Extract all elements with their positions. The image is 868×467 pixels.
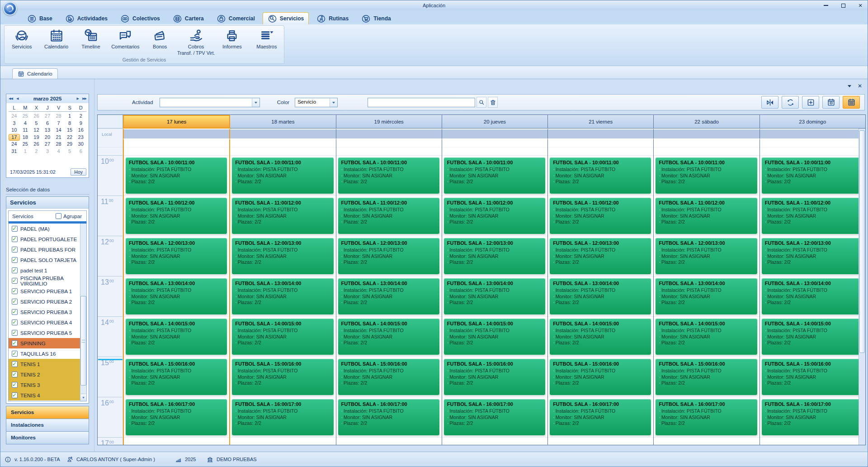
service-item-padel-test-1[interactable]: padel test 1 — [9, 265, 86, 276]
maximize-icon[interactable] — [840, 2, 847, 9]
time-slot[interactable]: FUTBOL SALA - 11:00/12:00·Instalación: P… — [548, 196, 653, 236]
event-futbol-sala[interactable]: FUTBOL SALA - 11:00/12:00·Instalación: P… — [443, 197, 546, 234]
scroll-down-icon[interactable]: ▼ — [80, 394, 86, 401]
checkbox-icon[interactable] — [12, 392, 18, 398]
event-futbol-sala[interactable]: FUTBOL SALA - 12:00/13:00·Instalación: P… — [549, 238, 651, 275]
time-slot[interactable]: FUTBOL SALA - 11:00/12:00·Instalación: P… — [760, 196, 865, 236]
event-futbol-sala[interactable]: FUTBOL SALA - 11:00/12:00·Instalación: P… — [338, 197, 440, 234]
time-slot[interactable]: FUTBOL SALA - 14:00/15:00·Instalación: P… — [124, 317, 229, 357]
time-slot[interactable]: FUTBOL SALA - 10:00/11:00·Instalación: P… — [760, 156, 865, 196]
event-futbol-sala[interactable]: FUTBOL SALA - 16:00/17:00·Instalación: P… — [549, 399, 651, 436]
checkbox-icon[interactable] — [12, 372, 18, 377]
socio-input[interactable] — [368, 98, 475, 107]
time-slot[interactable]: FUTBOL SALA - 13:00/14:00·Instalación: P… — [654, 276, 759, 317]
next-month-icon[interactable]: ▶ — [77, 94, 79, 103]
day-header-20-jueves[interactable]: 20 jueves — [442, 115, 547, 129]
actividad-combo[interactable] — [160, 98, 260, 107]
empty-slot[interactable] — [336, 139, 442, 156]
empty-slot[interactable] — [124, 139, 229, 156]
mini-calendar-day[interactable]: 8 — [64, 120, 75, 127]
event-futbol-sala[interactable]: FUTBOL SALA - 13:00/14:00·Instalación: P… — [125, 278, 227, 315]
mini-calendar-day[interactable]: 3 — [9, 120, 20, 127]
service-item-servicio-prueba-4[interactable]: SERVICIO PRUEBA 4 — [9, 317, 86, 328]
mini-calendar-day[interactable]: 15 — [64, 127, 75, 134]
event-futbol-sala[interactable]: FUTBOL SALA - 14:00/15:00·Instalación: P… — [125, 318, 227, 355]
checkbox-icon[interactable] — [12, 319, 18, 325]
time-slot[interactable]: FUTBOL SALA - 16:00/17:00·Instalación: P… — [760, 397, 865, 438]
time-slot[interactable] — [548, 438, 653, 445]
time-slot[interactable] — [230, 438, 335, 445]
time-slot[interactable]: FUTBOL SALA - 13:00/14:00·Instalación: P… — [548, 276, 653, 317]
prev-year-icon[interactable]: ◀◀ — [9, 94, 13, 103]
time-slot[interactable] — [760, 438, 865, 445]
mini-calendar-day[interactable]: 26 — [31, 113, 42, 120]
event-futbol-sala[interactable]: FUTBOL SALA - 10:00/11:00·Instalación: P… — [549, 157, 651, 194]
prev-month-icon[interactable]: ◀ — [16, 94, 18, 103]
checkbox-icon[interactable] — [12, 278, 18, 284]
service-item-servicio-prueba-1[interactable]: SERVICIO PRUEBA 1 — [9, 286, 86, 296]
clear-button[interactable] — [488, 97, 498, 108]
mini-calendar-day[interactable]: 26 — [31, 141, 42, 148]
time-slot[interactable]: FUTBOL SALA - 16:00/17:00·Instalación: P… — [336, 397, 442, 438]
event-futbol-sala[interactable]: FUTBOL SALA - 13:00/14:00·Instalación: P… — [549, 278, 651, 315]
event-futbol-sala[interactable]: FUTBOL SALA - 12:00/13:00·Instalación: P… — [338, 238, 440, 275]
mini-calendar-day[interactable]: 5 — [31, 120, 42, 127]
checkbox-icon[interactable] — [12, 351, 18, 357]
mini-calendar-day[interactable]: 25 — [20, 141, 31, 148]
mini-calendar-day[interactable]: 27 — [42, 113, 53, 120]
empty-slot[interactable] — [230, 139, 335, 156]
day-column-19-miercoles[interactable]: FUTBOL SALA - 10:00/11:00·Instalación: P… — [336, 139, 442, 445]
service-item-padel-portugalete[interactable]: PADEL PORTUGALETE — [9, 234, 86, 244]
event-futbol-sala[interactable]: FUTBOL SALA - 15:00/16:00·Instalación: P… — [655, 358, 757, 396]
week-view-button[interactable] — [843, 96, 860, 109]
time-slot[interactable] — [336, 438, 442, 445]
time-slot[interactable]: FUTBOL SALA - 13:00/14:00·Instalación: P… — [442, 276, 547, 317]
service-item-spinning[interactable]: SPINNING — [9, 338, 86, 348]
ribbon-tab-base[interactable]: Base — [22, 12, 57, 24]
service-item-piscina-prueba-virgimlio[interactable]: PISCINA PRUEBA VIRGIMLIO — [9, 276, 86, 286]
time-slot[interactable]: FUTBOL SALA - 14:00/15:00·Instalación: P… — [760, 317, 865, 357]
ribbon-button-bonos[interactable]: Bonos — [143, 28, 177, 57]
mini-calendar-day[interactable]: 4 — [53, 148, 64, 155]
time-slot[interactable]: FUTBOL SALA - 11:00/12:00·Instalación: P… — [442, 196, 547, 236]
checkbox-icon[interactable] — [12, 309, 18, 315]
checkbox-icon[interactable] — [12, 288, 18, 294]
ribbon-tab-comercial[interactable]: Comercial — [212, 12, 260, 24]
event-futbol-sala[interactable]: FUTBOL SALA - 14:00/15:00·Instalación: P… — [549, 318, 651, 355]
time-slot[interactable]: FUTBOL SALA - 13:00/14:00·Instalación: P… — [760, 276, 865, 317]
time-slot[interactable]: FUTBOL SALA - 14:00/15:00·Instalación: P… — [548, 317, 653, 357]
time-slot[interactable]: FUTBOL SALA - 15:00/16:00·Instalación: P… — [124, 357, 229, 397]
ribbon-button-timeline[interactable]: Timeline — [74, 28, 108, 57]
mini-calendar-day[interactable]: 20 — [42, 134, 53, 141]
chevron-down-icon[interactable] — [330, 98, 337, 107]
allday-cell[interactable] — [760, 129, 865, 139]
time-slot[interactable]: FUTBOL SALA - 14:00/15:00·Instalación: P… — [230, 317, 335, 357]
search-button[interactable] — [476, 97, 486, 108]
event-futbol-sala[interactable]: FUTBOL SALA - 11:00/12:00·Instalación: P… — [231, 197, 334, 234]
checkbox-icon[interactable] — [12, 236, 18, 242]
mini-calendar-day[interactable]: 31 — [9, 148, 20, 155]
scheduler-scrollbar[interactable] — [859, 129, 865, 445]
empty-slot[interactable] — [442, 139, 547, 156]
accordion-servicios[interactable]: Servicios — [6, 406, 89, 419]
event-futbol-sala[interactable]: FUTBOL SALA - 13:00/14:00·Instalación: P… — [761, 278, 863, 315]
time-slot[interactable]: FUTBOL SALA - 10:00/11:00·Instalación: P… — [654, 156, 759, 196]
mini-calendar-day[interactable]: 4 — [20, 120, 31, 127]
mini-calendar-day[interactable]: 28 — [53, 141, 64, 148]
time-slot[interactable]: FUTBOL SALA - 15:00/16:00·Instalación: P… — [548, 357, 653, 397]
time-slot[interactable] — [442, 438, 547, 445]
mini-calendar-day[interactable]: 1 — [20, 148, 31, 155]
mini-calendar-day[interactable]: 19 — [31, 134, 42, 141]
event-futbol-sala[interactable]: FUTBOL SALA - 16:00/17:00·Instalación: P… — [761, 399, 863, 436]
time-slot[interactable]: FUTBOL SALA - 15:00/16:00·Instalación: P… — [230, 357, 335, 397]
day-column-18-martes[interactable]: FUTBOL SALA - 10:00/11:00·Instalación: P… — [230, 139, 335, 445]
tab-calendario[interactable]: Calendario — [12, 68, 58, 79]
event-futbol-sala[interactable]: FUTBOL SALA - 16:00/17:00·Instalación: P… — [655, 399, 757, 436]
mini-calendar-day[interactable]: 23 — [75, 134, 86, 141]
mini-calendar-day[interactable]: 10 — [9, 127, 20, 134]
mini-calendar-day[interactable]: 6 — [42, 120, 53, 127]
time-slot[interactable]: FUTBOL SALA - 13:00/14:00·Instalación: P… — [336, 276, 442, 317]
allday-cell[interactable] — [336, 129, 442, 139]
current-user[interactable]: CARLOS ANTONY ( Super-Admin ) — [66, 452, 155, 467]
tab-list-dropdown-icon[interactable] — [848, 85, 851, 89]
